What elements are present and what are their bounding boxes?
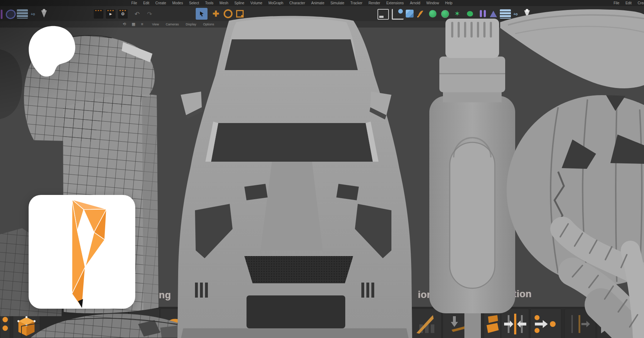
falloff-histogram-icon: [107, 330, 123, 337]
edit-render-settings-button-right[interactable]: ⚙: [601, 9, 611, 19]
dark-polygon-tool[interactable]: [388, 313, 410, 338]
menu-mesh[interactable]: Mesh: [220, 1, 228, 5]
banner-screen: FileEditCreateModesSelectToolsMeshSpline…: [0, 0, 644, 338]
menu2-edit[interactable]: Edit: [625, 1, 631, 5]
patreon-logo: [27, 25, 76, 77]
menu-select[interactable]: Select: [189, 1, 199, 5]
viewport-list-icon[interactable]: ≡: [141, 22, 143, 26]
coordinates-manager-icon-2[interactable]: +o: [512, 10, 519, 18]
smear-brush-tool[interactable]: [160, 309, 188, 338]
deformer-sphere-icon[interactable]: [428, 9, 438, 19]
move-tool[interactable]: ✚: [210, 8, 221, 20]
orange-dot-icon: [3, 325, 8, 331]
viewport-menu-display[interactable]: Display: [186, 23, 196, 26]
menu-spline[interactable]: Spline: [234, 1, 244, 5]
joint-tool-icon[interactable]: [477, 9, 488, 19]
rotate-view-icon[interactable]: ↻: [601, 21, 605, 26]
spline-pen-icon[interactable]: [416, 9, 425, 19]
smear-mound-icon: [164, 317, 184, 329]
render-frame-icon[interactable]: [377, 9, 389, 20]
light-cone-icon-2[interactable]: [523, 9, 531, 19]
picture-viewer-icon[interactable]: [392, 9, 404, 20]
text-fragment-ng: ng: [159, 290, 171, 301]
menu2-crea[interactable]: Crea: [638, 1, 644, 5]
menu-file[interactable]: File: [131, 1, 137, 5]
magnet-tool[interactable]: [129, 309, 160, 338]
menu-window[interactable]: Window: [426, 1, 439, 5]
plane-cut-icon: [447, 314, 468, 334]
extrude-tool[interactable]: [484, 309, 501, 338]
undo-button[interactable]: ↶: [132, 9, 142, 19]
edit-render-settings-button[interactable]: ⚙: [118, 9, 128, 19]
render-view-button[interactable]: [94, 9, 103, 19]
menu-render[interactable]: Render: [369, 1, 380, 5]
dark-polygon-icon: [391, 317, 408, 335]
menu-help[interactable]: Help: [445, 1, 453, 5]
menu-extensions[interactable]: Extensions: [386, 1, 404, 5]
low-poly-p-logo: [29, 195, 135, 309]
render-view-button-right[interactable]: [577, 9, 586, 19]
menu-animate[interactable]: Animate: [311, 1, 325, 5]
menu-create[interactable]: Create: [155, 1, 166, 5]
field-blob-icon[interactable]: [466, 10, 474, 18]
creator-card: [29, 195, 135, 309]
menu-tools[interactable]: Tools: [205, 1, 213, 5]
viewport-grid-icon[interactable]: ▦: [132, 22, 135, 26]
menu-character[interactable]: Character: [289, 1, 305, 5]
simulate-sphere-icon[interactable]: [440, 9, 450, 19]
knife-tool[interactable]: [411, 309, 441, 338]
menu-arnold[interactable]: Arnold: [410, 1, 420, 5]
magnet-icon: [137, 315, 152, 329]
viewport-undo-icon[interactable]: ⟲: [123, 22, 126, 26]
maximize-view-icon[interactable]: ⬓: [608, 21, 612, 26]
gray-triangle-icon: [600, 318, 613, 334]
coordinates-manager-icon[interactable]: +o: [30, 10, 36, 18]
menu-bar-secondary-items: FileEditCrea: [614, 0, 644, 6]
menu-simulate[interactable]: Simulate: [330, 1, 344, 5]
scale-tool[interactable]: [234, 8, 245, 20]
redo-button[interactable]: ↷: [144, 9, 155, 19]
bottom-toolbar: [0, 307, 644, 338]
add-cube-icon[interactable]: [405, 9, 414, 18]
dolly-view-icon[interactable]: ⊕: [593, 21, 597, 26]
knife-icon: [415, 314, 438, 334]
menu2-file[interactable]: File: [614, 1, 619, 5]
layout-grid-icon-2[interactable]: [500, 9, 511, 19]
viewport-menu-cameras[interactable]: Cameras: [166, 23, 179, 26]
mograph-star-icon[interactable]: ✶: [452, 8, 463, 19]
cursor-icon: [199, 11, 205, 17]
live-selection-tool[interactable]: [196, 8, 208, 20]
lasso-brush-icon[interactable]: [4, 8, 17, 21]
render-to-picture-viewer-button-right[interactable]: ▶: [589, 9, 599, 19]
falloff-profile-tool[interactable]: [101, 309, 128, 338]
menu-edit[interactable]: Edit: [143, 1, 149, 5]
polygon-cube-tool[interactable]: [13, 313, 40, 338]
menu-bar-items: FileEditCreateModesSelectToolsMeshSpline…: [131, 0, 453, 6]
rotate-tool[interactable]: [223, 8, 234, 20]
weld-arrows-icon: [503, 313, 527, 335]
render-to-picture-viewer-button[interactable]: ▶: [106, 9, 116, 19]
pen-glyph: [416, 9, 424, 18]
edge-slide-icon: [569, 314, 592, 334]
viewport-menu-view[interactable]: View: [152, 23, 159, 26]
menu-tracker[interactable]: Tracker: [350, 1, 362, 5]
main-toolbar: +o ▶ ⚙ ↶ ↷ ✚: [0, 6, 644, 21]
orange-cube-icon: [15, 315, 38, 337]
menu-mograph[interactable]: MoGraph: [268, 1, 283, 5]
weld-points-tool[interactable]: [501, 309, 529, 338]
viewport-menu-options[interactable]: Options: [203, 23, 214, 26]
stitch-and-sew-tool[interactable]: [530, 309, 561, 338]
text-fragment-ction: ction: [508, 289, 532, 300]
menu-modes[interactable]: Modes: [172, 1, 183, 5]
menu-volume[interactable]: Volume: [250, 1, 262, 5]
character-pyramid-icon[interactable]: [489, 9, 498, 19]
plane-cut-tool[interactable]: [443, 309, 472, 338]
color-bar-icon[interactable]: [1, 10, 3, 19]
stitch-arrow-icon: [533, 314, 558, 334]
extrude-icon: [485, 314, 499, 334]
light-cone-icon[interactable]: [40, 9, 48, 19]
layout-grid-icon[interactable]: [17, 9, 28, 19]
edge-slide-tool[interactable]: [565, 309, 596, 338]
play-triangle-tool[interactable]: [597, 313, 615, 338]
pan-view-icon[interactable]: ✥: [585, 21, 589, 26]
